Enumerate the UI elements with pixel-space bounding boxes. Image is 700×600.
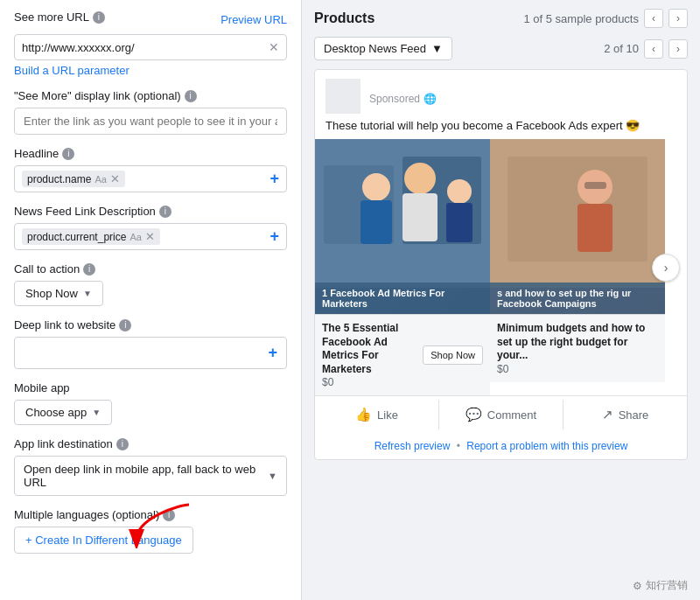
newsfeed-desc-label: News Feed Link Description i [14,205,287,218]
app-link-dest-label: App link destination i [14,437,287,450]
avatar [326,79,360,114]
right-panel: Products 1 of 5 sample products ‹ › Desk… [302,0,700,600]
svg-point-6 [404,163,436,194]
ad-actions: 👍 Like 💬 Comment ↗ Share [315,395,687,433]
deep-link-input[interactable] [24,346,268,359]
call-to-action-section: Call to action i Shop Now ▼ [14,262,287,306]
carousel-item-price-1: $0 [322,376,423,388]
newsfeed-desc-tag-input[interactable]: product.current_price Aa ✕ + [14,223,287,250]
headline-tag[interactable]: product.name Aa ✕ [22,171,125,187]
headline-tag-input[interactable]: product.name Aa ✕ + [14,165,287,192]
red-arrow-decoration [128,500,198,548]
carousel-next-button[interactable]: › [652,254,680,282]
newsfeed-desc-info-icon[interactable]: i [159,206,172,218]
headline-section: Headline i product.name Aa ✕ + [14,147,287,192]
ad-description: These tutorial will help you become a Fa… [315,119,687,139]
ad-header: Sponsored 🌐 [315,70,687,119]
carousel-label-1: 1 Facebook Ad Metrics For Marketers [315,283,490,314]
preview-links: Refresh preview • Report a problem with … [315,433,687,459]
newsfeed-desc-add-icon[interactable]: + [270,227,279,246]
choose-app-arrow-icon: ▼ [92,408,101,417]
preview-toolbar: Desktop News Feed ▼ 2 of 10 ‹ › [314,37,688,60]
headline-add-icon[interactable]: + [270,170,279,188]
deep-link-add-icon[interactable]: + [268,344,277,362]
globe-icon: 🌐 [424,93,437,105]
newsfeed-desc-tag[interactable]: product.current_price Aa ✕ [22,228,160,245]
carousel-label-2: s and how to set up the rig ur Facebook … [490,283,665,314]
carousel-item-footer-1: The 5 Essential Facebook Ad Metrics For … [315,314,490,395]
mobile-app-section: Mobile app Choose app ▼ [14,381,287,425]
display-link-input[interactable] [14,108,287,135]
share-icon: ↗ [602,407,613,422]
carousel-item-price-2: $0 [497,363,658,375]
url-input-wrap: ✕ [14,34,287,60]
display-link-section: "See More" display link (optional) i [14,89,287,135]
app-link-dest-dropdown[interactable]: Open deep link in mobile app, fall back … [14,456,287,496]
display-link-info-icon[interactable]: i [185,90,197,102]
see-more-url-label: See more URL i [14,10,105,24]
multi-lang-section: Multiple languages (optional) i + Create… [14,508,287,554]
carousel-item-title-1: The 5 Essential Facebook Ad Metrics For … [322,322,423,376]
products-title: Products [314,10,374,26]
see-more-url-info-icon[interactable]: i [93,11,105,24]
ad-name [369,79,676,93]
page-next-arrow[interactable]: › [668,39,688,59]
carousel-item: 1 Facebook Ad Metrics For Marketers The … [315,139,490,395]
display-link-label: "See More" display link (optional) i [14,89,287,102]
svg-rect-5 [360,200,392,244]
placement-arrow-icon: ▼ [431,42,443,55]
headline-info-icon[interactable]: i [62,148,74,160]
mobile-app-label: Mobile app [14,381,287,394]
clear-url-icon[interactable]: ✕ [269,40,279,54]
watermark: ⚙ 知行营销 [633,578,688,593]
carousel-item-footer-2: Minimum budgets and how to set up the ri… [490,314,665,382]
products-count: 1 of 5 sample products ‹ › [523,9,688,28]
choose-app-dropdown[interactable]: Choose app ▼ [14,400,112,425]
carousel-item-info-1: The 5 Essential Facebook Ad Metrics For … [322,322,423,388]
ad-card: Sponsored 🌐 These tutorial will help you… [314,69,688,460]
app-link-dest-arrow-icon: ▼ [268,471,277,481]
app-link-dest-info-icon[interactable]: i [116,438,129,450]
products-header: Products 1 of 5 sample products ‹ › [314,9,688,28]
page-prev-arrow[interactable]: ‹ [644,39,663,59]
newsfeed-desc-tag-remove[interactable]: ✕ [145,230,155,243]
share-button[interactable]: ↗ Share [564,400,687,429]
svg-rect-13 [584,182,606,189]
comment-button[interactable]: 💬 Comment [439,400,564,429]
build-url-link[interactable]: Build a URL parameter [14,64,287,77]
svg-rect-9 [446,203,472,242]
url-input[interactable] [22,41,269,54]
svg-rect-14 [578,204,612,252]
carousel: 1 Facebook Ad Metrics For Marketers The … [315,139,687,395]
svg-point-4 [362,173,390,201]
carousel-image-graphic-1 [315,139,490,288]
carousel-image-2: s and how to set up the rig ur Facebook … [490,139,665,314]
app-link-dest-section: App link destination i Open deep link in… [14,437,287,496]
call-to-action-arrow-icon: ▼ [83,289,92,298]
deep-link-section: Deep link to website i + [14,318,287,369]
products-prev-arrow[interactable]: ‹ [644,9,663,28]
products-next-arrow[interactable]: › [668,9,688,28]
svg-point-8 [447,179,472,204]
like-button[interactable]: 👍 Like [315,400,439,429]
shop-now-button-1[interactable]: Shop Now [423,345,483,365]
headline-tag-remove[interactable]: ✕ [110,172,120,185]
carousel-image-1: 1 Facebook Ad Metrics For Marketers [315,139,490,314]
headline-label: Headline i [14,147,287,160]
deep-link-label: Deep link to website i [14,318,287,331]
carousel-item-info-2: Minimum budgets and how to set up the ri… [497,322,658,375]
call-to-action-info-icon[interactable]: i [83,263,95,276]
placement-dropdown[interactable]: Desktop News Feed ▼ [314,37,452,60]
carousel-items: 1 Facebook Ad Metrics For Marketers The … [315,139,687,395]
like-icon: 👍 [355,407,372,422]
refresh-preview-link[interactable]: Refresh preview [374,440,451,452]
deep-link-info-icon[interactable]: i [119,319,131,331]
ad-meta: Sponsored 🌐 [369,79,676,105]
preview-url-link[interactable]: Preview URL [220,13,287,26]
call-to-action-dropdown[interactable]: Shop Now ▼ [14,281,103,306]
deep-link-input-wrap: + [14,337,287,369]
comment-icon: 💬 [466,407,482,422]
left-panel: See more URL i Preview URL ✕ Build a URL… [0,0,302,600]
report-problem-link[interactable]: Report a problem with this preview [466,440,627,452]
carousel-item-title-2: Minimum budgets and how to set up the ri… [497,322,658,363]
